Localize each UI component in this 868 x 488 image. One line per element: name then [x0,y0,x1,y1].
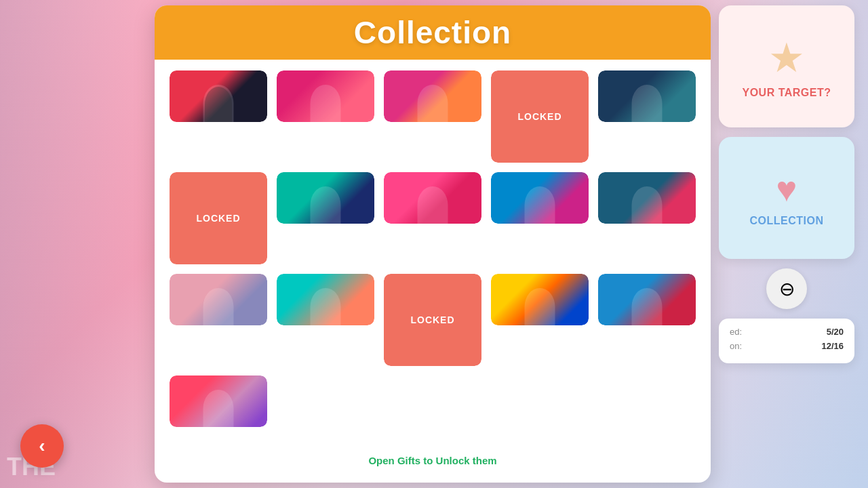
grid-row-1: LOCKED [170,70,696,163]
collection-label: COLLECTION [750,215,824,227]
stats-collection-value: 12/16 [821,341,844,351]
grid-cell-3-5[interactable] [598,274,696,325]
grid-cell-2-4[interactable] [491,172,589,224]
grid-cell-2-5[interactable] [598,172,696,224]
grid-cell-1-5[interactable] [598,70,696,122]
collection-panel: Collection LOCKED [155,5,711,483]
grid-cell-1-1[interactable] [170,70,267,122]
misc-icon-container: ⊖ [719,268,854,309]
stats-earned-label: ed: [730,327,742,337]
grid-row-2: LOCKED [170,172,696,264]
grid-cell-2-3[interactable] [384,172,481,224]
stats-card: ed: 5/20 on: 12/16 [719,319,854,363]
collection-card[interactable]: ♥ COLLECTION [719,137,854,259]
back-icon: ‹ [39,435,45,457]
locked-label-2: LOCKED [196,213,240,224]
stats-collection-label: on: [730,341,742,351]
grid-cell-4-1[interactable] [170,375,267,427]
grid-cell-3-4[interactable] [491,274,589,325]
target-label: YOUR TARGET? [742,87,831,99]
collection-title: Collection [354,14,511,51]
stats-earned-row: ed: 5/20 [730,327,844,337]
unlock-text: Open Gifts to Unlock them [368,455,496,466]
star-icon: ★ [768,34,805,81]
grid-cell-1-4-locked[interactable]: LOCKED [491,70,589,163]
heart-icon: ♥ [776,169,797,209]
collection-header: Collection [155,5,711,60]
right-sidebar: ★ YOUR TARGET? ♥ COLLECTION ⊖ ed: 5/20 o… [719,5,854,363]
background-left [0,0,149,488]
grid-cell-1-3[interactable] [384,70,481,122]
grid-row-4 [170,375,696,427]
locked-label-1: LOCKED [517,111,561,122]
locked-label-3: LOCKED [410,314,454,325]
grid-cell-2-2[interactable] [277,172,374,224]
grid-cell-2-1-locked[interactable]: LOCKED [170,172,267,264]
target-card[interactable]: ★ YOUR TARGET? [719,5,854,127]
grid-cell-3-2[interactable] [277,274,374,325]
grid-cell-3-1[interactable] [170,274,267,325]
back-button[interactable]: ‹ [20,424,64,468]
misc-icon[interactable]: ⊖ [766,268,807,309]
grid-cell-3-3-locked[interactable]: LOCKED [384,274,481,366]
stats-earned-value: 5/20 [827,327,844,337]
grid-cell-1-2[interactable] [277,70,374,122]
collection-grid: LOCKED LOCKED [155,60,711,470]
stats-collection-row: on: 12/16 [730,341,844,351]
grid-row-3: LOCKED [170,274,696,366]
